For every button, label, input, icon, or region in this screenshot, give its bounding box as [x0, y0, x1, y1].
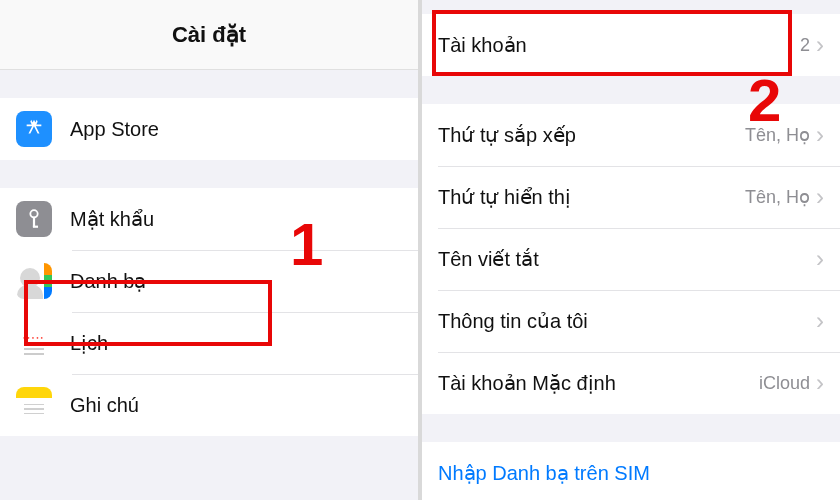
row-import-sim[interactable]: Nhập Danh bạ trên SIM	[422, 442, 840, 500]
contacts-icon	[16, 263, 52, 299]
row-contacts[interactable]: Danh bạ	[0, 250, 418, 312]
settings-group-appstore: App Store	[0, 98, 418, 160]
row-label: Lịch	[70, 331, 402, 355]
row-label: Tài khoản Mặc định	[438, 371, 759, 395]
display-group: Thứ tự sắp xếp Tên, Họ › Thứ tự hiển thị…	[422, 104, 840, 414]
svg-rect-1	[33, 217, 35, 227]
svg-rect-2	[33, 226, 38, 228]
row-label: Tên viết tắt	[438, 247, 816, 271]
key-icon	[16, 201, 52, 237]
row-calendar[interactable]: ●●●●● Lịch	[0, 312, 418, 374]
row-my-info[interactable]: Thông tin của tôi ›	[422, 290, 840, 352]
row-label: Tài khoản	[438, 33, 800, 57]
settings-group-privacy: Mật khẩu Danh bạ ●●●●● Lịch Ghi chú	[0, 188, 418, 436]
chevron-right-icon: ›	[816, 183, 824, 211]
notes-icon	[16, 387, 52, 423]
chevron-right-icon: ›	[816, 369, 824, 397]
row-label: App Store	[70, 118, 402, 141]
row-default-account[interactable]: Tài khoản Mặc định iCloud ›	[422, 352, 840, 414]
row-notes[interactable]: Ghi chú	[0, 374, 418, 436]
svg-point-0	[30, 210, 37, 217]
row-label: Danh bạ	[70, 269, 402, 293]
import-group: Nhập Danh bạ trên SIM	[422, 442, 840, 500]
page-title: Cài đặt	[0, 0, 418, 70]
row-label: Ghi chú	[70, 394, 402, 417]
row-label: Thứ tự hiển thị	[438, 185, 745, 209]
chevron-right-icon: ›	[816, 307, 824, 335]
row-short-name[interactable]: Tên viết tắt ›	[422, 228, 840, 290]
row-value: Tên, Họ	[745, 124, 810, 146]
row-value: Tên, Họ	[745, 186, 810, 208]
chevron-right-icon: ›	[816, 245, 824, 273]
row-value: iCloud	[759, 373, 810, 394]
accounts-group: Tài khoản 2 ›	[422, 0, 840, 76]
row-accounts[interactable]: Tài khoản 2 ›	[422, 14, 840, 76]
row-sort-order[interactable]: Thứ tự sắp xếp Tên, Họ ›	[422, 104, 840, 166]
chevron-right-icon: ›	[816, 121, 824, 149]
row-label: Thứ tự sắp xếp	[438, 123, 745, 147]
row-label: Thông tin của tôi	[438, 309, 816, 333]
row-display-order[interactable]: Thứ tự hiển thị Tên, Họ ›	[422, 166, 840, 228]
row-label: Nhập Danh bạ trên SIM	[438, 461, 824, 485]
appstore-icon	[16, 111, 52, 147]
contacts-settings-pane: Tài khoản 2 › Thứ tự sắp xếp Tên, Họ › T…	[422, 0, 840, 500]
row-value: 2	[800, 35, 810, 56]
row-password[interactable]: Mật khẩu	[0, 188, 418, 250]
chevron-right-icon: ›	[816, 31, 824, 59]
row-label: Mật khẩu	[70, 207, 402, 231]
calendar-icon: ●●●●●	[16, 325, 52, 361]
settings-main-pane: Cài đặt App Store Mật khẩu Danh bạ ●●●●●	[0, 0, 422, 500]
row-app-store[interactable]: App Store	[0, 98, 418, 160]
